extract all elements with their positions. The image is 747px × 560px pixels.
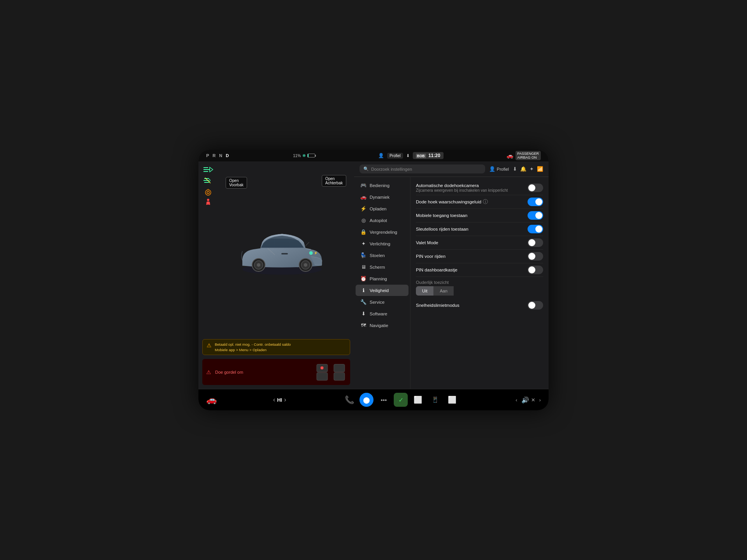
prev-arrow[interactable]: ‹ — [273, 396, 275, 403]
dynamiek-icon: 🚗 — [360, 194, 366, 200]
scherm-label: Scherm — [370, 265, 385, 270]
sidebar-item-planning[interactable]: ⏰ Planning — [356, 273, 409, 284]
speed-limit-row: Snelheidslimietmodus — [416, 299, 543, 312]
blind-spot-warning-row: Dode hoek waarschuwingsgeluid ⓘ — [416, 195, 543, 209]
mute-icon[interactable]: ✕ — [531, 397, 535, 403]
square-icon[interactable]: ⬜ — [445, 393, 459, 407]
camera-icon[interactable]: ⬤ — [359, 393, 374, 407]
planning-icon: ⏰ — [360, 276, 366, 282]
right-panel: 🔍 Doorzoek instellingen 👤 Profiel ⬇ 🔔 ✦ … — [354, 161, 549, 389]
battery-info: 11% ❄ — [293, 153, 315, 158]
check-icon[interactable]: ✓ — [394, 393, 408, 407]
pin-glovebox-label-group: PIN dashboardkastje — [416, 268, 528, 272]
window-icon[interactable]: ⬜ — [411, 393, 425, 407]
autopilot-icon: ◎ — [360, 217, 366, 223]
profile-header-label: Profiel — [497, 167, 509, 172]
next-arrow[interactable]: › — [284, 396, 286, 403]
svg-rect-26 — [334, 364, 345, 372]
keyless-drive-label: Sleutelloos rijden toestaan — [416, 227, 528, 231]
download-header-icon[interactable]: ⬇ — [513, 166, 517, 172]
search-placeholder: Doorzoek instellingen — [371, 167, 412, 172]
navigatie-icon: 🗺 — [360, 322, 366, 328]
warning-icon: ⚠ — [207, 342, 212, 348]
phone-icon[interactable]: 📞 — [342, 393, 356, 407]
steer-nav: ‹ HI › — [273, 396, 286, 403]
profile-icon: 👤 — [378, 153, 384, 158]
sidebar-item-dynamiek[interactable]: 🚗 Dynamiek — [356, 191, 409, 203]
sidebar-item-autopilot[interactable]: ◎ Autopilot — [356, 215, 409, 226]
blind-spot-camera-toggle[interactable] — [528, 184, 543, 192]
hi-label: HI — [277, 397, 282, 403]
sidebar-item-software[interactable]: ⬇ Software — [356, 308, 409, 319]
pin-glovebox-toggle[interactable] — [528, 266, 543, 274]
bell-icon[interactable]: 🔔 — [520, 166, 526, 172]
opladen-icon: ⚡ — [360, 206, 366, 212]
profile-button[interactable]: Profiel — [387, 153, 403, 159]
toggle-knob — [528, 253, 535, 260]
profile-header-icon: 👤 — [489, 166, 495, 172]
parental-off-button[interactable]: Uit — [416, 286, 433, 296]
top-right-icons: 🚗 PASSENGERAIRBAG ON — [507, 151, 541, 160]
valet-mode-label: Valet Mode — [416, 240, 528, 245]
sidebar-item-vergrendeling[interactable]: 🔒 Vergrendeling — [356, 226, 409, 238]
sidebar-item-bediening[interactable]: 🎮 Bediening — [356, 180, 409, 191]
profile-header-btn[interactable]: 👤 Profiel — [489, 166, 509, 172]
sidebar-item-opladen[interactable]: ⚡ Opladen — [356, 203, 409, 214]
bob-label: BOB — [416, 154, 426, 158]
mobile-access-toggle[interactable] — [528, 211, 543, 220]
blind-spot-warning-toggle[interactable] — [528, 198, 543, 206]
pin-drive-toggle[interactable] — [528, 252, 543, 261]
parental-control-btn-group: Uit Aan — [416, 286, 543, 296]
valet-mode-label-group: Valet Mode — [416, 240, 528, 245]
sidebar-item-service[interactable]: 🔧 Service — [356, 296, 409, 308]
parental-control-section: Ouderlijk toezicht Uit Aan — [416, 277, 543, 296]
pin-drive-label-group: PIN voor rijden — [416, 254, 528, 259]
pin-glovebox-label: PIN dashboardkastje — [416, 268, 528, 272]
settings-body: 🎮 Bediening 🚗 Dynamiek ⚡ Opladen ◎ Autop… — [354, 177, 549, 389]
keyless-drive-toggle[interactable] — [528, 225, 543, 233]
sidebar-item-navigatie[interactable]: 🗺 Navigatie — [356, 320, 409, 331]
speed-limit-toggle[interactable] — [528, 301, 543, 310]
search-icon: 🔍 — [363, 166, 369, 172]
vergrendeling-icon: 🔒 — [360, 229, 366, 235]
dynamiek-label: Dynamiek — [370, 195, 389, 200]
toggle-knob — [535, 198, 542, 205]
bottom-toolbar: 🚗 ‹ HI › 📞 ⬤ ••• ✓ ⬜ 📱 ⬜ ‹ 🔊 ✕ — [198, 389, 549, 410]
r-gear: R — [212, 153, 217, 158]
sidebar-item-scherm[interactable]: 🖥 Scherm — [356, 261, 409, 273]
prnd-display: P R N D — [206, 153, 230, 158]
navigatie-label: Navigatie — [370, 323, 388, 328]
snowflake-icon: ❄ — [302, 153, 306, 158]
clock: 11:20 — [428, 153, 440, 158]
svg-rect-19 — [281, 253, 288, 255]
bluetooth-icon[interactable]: ✦ — [530, 166, 534, 172]
info-icon[interactable]: ⓘ — [483, 198, 488, 205]
next-volume-arrow[interactable]: › — [539, 397, 541, 403]
car-bottom-icon[interactable]: 🚗 — [206, 395, 217, 405]
prev-volume-arrow[interactable]: ‹ — [516, 397, 517, 403]
verlichting-label: Verlichting — [370, 242, 390, 246]
battery-fill — [308, 154, 309, 157]
search-box[interactable]: 🔍 Doorzoek instellingen — [359, 164, 485, 173]
planning-label: Planning — [370, 276, 387, 281]
front-trunk-label[interactable]: Open Voorbak — [226, 177, 247, 189]
sidebar-item-verlichting[interactable]: ✦ Verlichting — [356, 238, 409, 249]
toolbar-right: ‹ 🔊 ✕ › — [516, 396, 541, 404]
blind-spot-camera-label: Automatische dodehoekcamera — [416, 183, 528, 188]
svg-rect-25 — [317, 373, 328, 380]
signal-icon: 📶 — [537, 166, 543, 172]
sidebar-item-stoelen[interactable]: 💺 Stoelen — [356, 250, 409, 261]
rear-trunk-label[interactable]: Open Achterbak — [322, 175, 346, 187]
toggle-knob — [535, 212, 542, 219]
sidebar-item-veiligheid[interactable]: ℹ Veiligheid — [356, 285, 409, 296]
mobile-access-row: Mobiele toegang toestaan — [416, 209, 543, 222]
valet-mode-toggle[interactable] — [528, 238, 543, 247]
left-panel: ! Open Voorbak — [198, 161, 354, 389]
bediening-label: Bediening — [370, 183, 389, 188]
speed-limit-label-group: Snelheidslimietmodus — [416, 303, 528, 308]
apps-icon[interactable]: 📱 — [428, 393, 442, 407]
volume-icon[interactable]: 🔊 — [521, 396, 529, 404]
blind-spot-warning-label: Dode hoek waarschuwingsgeluid — [416, 200, 481, 204]
more-icon[interactable]: ••• — [377, 393, 391, 407]
parental-on-button[interactable]: Aan — [433, 286, 454, 296]
